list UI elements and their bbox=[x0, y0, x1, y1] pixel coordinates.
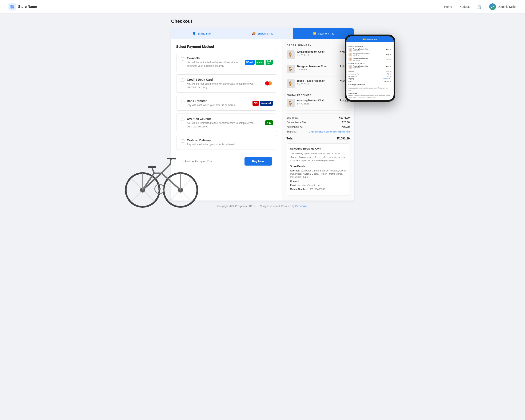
order-summary-title: ORDER SUMMARY bbox=[287, 44, 350, 47]
address-label: Address: bbox=[290, 169, 300, 172]
payment-option-cod[interactable]: Cash on Delivery Pay with cash when your… bbox=[176, 135, 277, 150]
additional-label: Additional Fee: bbox=[287, 125, 303, 128]
back-link[interactable]: ← Back to Shopping Cart bbox=[181, 160, 212, 163]
contact-label: Contact bbox=[290, 180, 299, 182]
item-qty-2: 1 x ₱129.99 bbox=[297, 83, 338, 86]
radio-cod[interactable] bbox=[181, 139, 185, 143]
steps-bar: 👤 Billing Info 🚚 Shipping Info 💳 Payment… bbox=[171, 28, 354, 39]
additional-fee-row: Additional Fee: ₱20.00 bbox=[287, 125, 350, 128]
step-billing-label: Billing Info bbox=[198, 32, 211, 35]
phone-order-summary-head: ORDER SUMMARY bbox=[348, 46, 392, 47]
item-name-1: Designer Awesome Chair bbox=[297, 65, 338, 68]
phone-additional-val: ₱20.00 bbox=[387, 76, 391, 77]
checkout-body: Select Payment Method E-wallets You will… bbox=[171, 39, 354, 200]
phone-subtotal-label: Sub Total bbox=[348, 71, 354, 73]
payment-option-credit[interactable]: Credit / Debit Card You will be redirect… bbox=[176, 74, 277, 93]
phone-item-name-2: Designer Awesome Chair bbox=[353, 53, 385, 55]
phone-store-title: Store Details bbox=[348, 93, 392, 94]
unionbank-logo: UnionBank bbox=[260, 101, 273, 106]
ewallet-info: E-wallets You will be redirected to the … bbox=[187, 57, 245, 68]
maya-logo: maya bbox=[256, 60, 264, 65]
phone-info-text: This delivery option entails that you wi… bbox=[348, 86, 392, 91]
nav-home[interactable]: Home bbox=[444, 5, 452, 9]
phone-subtotal-val: ₱1071.29 bbox=[385, 71, 392, 73]
ewallet-logos: GCash maya GrabPay bbox=[245, 60, 273, 65]
bank-desc: Pay with cash when your order is deliver… bbox=[187, 104, 236, 107]
credit-logos bbox=[264, 81, 273, 86]
credit-name: Credit / Debit Card bbox=[187, 78, 264, 81]
order-item-digital-0: 🪑 Amazing Modern Chair 5 x ₱148.66 ₱743.… bbox=[287, 99, 350, 111]
mobile-value: +639123456789 bbox=[308, 188, 325, 191]
seven-eleven-logo: 7-11 bbox=[265, 120, 272, 125]
bottom-actions: ← Back to Shopping Cart Pay Now bbox=[176, 153, 277, 170]
phone-item-price-2: ₱198.00 bbox=[386, 54, 391, 55]
nav-links: Home Products 🛒 DK Dominic Keller bbox=[444, 3, 516, 10]
left-panel: Select Payment Method E-wallets You will… bbox=[171, 39, 282, 200]
item-name-0: Amazing Modern Chair bbox=[297, 50, 338, 53]
radio-bank[interactable] bbox=[181, 100, 185, 104]
item-img-0: 🪑 bbox=[287, 50, 295, 59]
counter-name: Over the Counter bbox=[187, 117, 266, 121]
svg-line-11 bbox=[142, 190, 154, 202]
payment-icon: 💳 bbox=[312, 32, 317, 35]
radio-counter[interactable] bbox=[181, 117, 185, 121]
svg-line-23 bbox=[142, 173, 154, 190]
phone-item-img-3: 🪑 bbox=[348, 57, 352, 61]
item-details-digital-0: Amazing Modern Chair 5 x ₱148.66 bbox=[297, 99, 338, 105]
avatar: DK bbox=[489, 3, 496, 10]
radio-ewallets[interactable] bbox=[181, 57, 185, 61]
bank-info: Bank Transfer Pay with cash when your or… bbox=[187, 99, 236, 107]
svg-point-4 bbox=[126, 173, 159, 207]
step-payment[interactable]: 💳 Payment Info bbox=[293, 28, 354, 39]
counter-desc: You will be redirected to the Xendit web… bbox=[187, 121, 266, 128]
phone-step-label: 💳 Payment Info bbox=[362, 38, 377, 40]
pay-now-button[interactable]: Pay Now bbox=[244, 157, 272, 166]
phone-total: Total ₱1091.29 bbox=[348, 80, 392, 83]
item-details-0: Amazing Modern Chair 5 x ₱148.66 bbox=[297, 50, 338, 57]
step-shipping[interactable]: 🚚 Shipping Info bbox=[232, 28, 293, 39]
phone-item-info-1: Amazing Modern Chair 5 x ₱148.66 bbox=[353, 48, 385, 51]
mastercard-logo bbox=[264, 81, 273, 86]
counter-info: Over the Counter You will be redirected … bbox=[187, 117, 266, 128]
phone-item-qty-1: 5 x ₱148.66 bbox=[353, 50, 385, 51]
mobile-row: Mobile Number: +639123456789 bbox=[290, 188, 346, 191]
shipping-row: Shipping: Go to next step to get the bes… bbox=[287, 130, 350, 133]
payment-option-ewallets[interactable]: E-wallets You will be redirected to the … bbox=[176, 53, 277, 71]
step-billing[interactable]: 👤 Billing Info bbox=[171, 28, 232, 39]
info-description: This delivery option entails that you wi… bbox=[290, 152, 346, 162]
phone-item-qty-2: 2 x ₱99.00 bbox=[353, 55, 385, 56]
phone-item-price-3: ₱129.99 bbox=[386, 58, 391, 60]
phone-store-address: Address: 212 Purok 2 Store Settings, Ala… bbox=[348, 94, 392, 98]
svg-line-12 bbox=[131, 190, 142, 202]
email-value: merahnts@email.com bbox=[298, 184, 320, 186]
phone-convenience: Convenience Fee ₱20.00 bbox=[348, 73, 392, 75]
item-details-2: Biblio Plastic Armchair 1 x ₱129.99 bbox=[297, 79, 338, 86]
phone-content: ORDER SUMMARY 🪑 Amazing Modern Chair 5 x… bbox=[347, 42, 394, 100]
payment-option-bank[interactable]: Bank Transfer Pay with cash when your or… bbox=[176, 96, 277, 111]
user-menu[interactable]: DK Dominic Keller bbox=[489, 3, 516, 10]
username: Dominic Keller bbox=[498, 5, 516, 9]
convenience-value: ₱20.00 bbox=[342, 121, 350, 124]
cod-info: Cash on Delivery Pay with cash when your… bbox=[187, 139, 236, 146]
footer-link[interactable]: Prosperna. bbox=[295, 205, 308, 208]
svg-point-30 bbox=[158, 188, 161, 190]
convenience-label: Convenience Fee: bbox=[287, 121, 307, 124]
cart-icon[interactable]: 🛒 bbox=[477, 4, 482, 9]
payment-option-counter[interactable]: Over the Counter You will be redirected … bbox=[176, 114, 277, 132]
radio-credit[interactable] bbox=[181, 78, 185, 82]
phone-info-title: Selecting Book My Own bbox=[348, 84, 392, 86]
cod-name: Cash on Delivery bbox=[187, 139, 236, 142]
svg-line-13 bbox=[131, 178, 142, 190]
bank-logos: BPI UnionBank bbox=[253, 101, 273, 106]
grabpay-logo: GrabPay bbox=[266, 60, 272, 65]
subtotal-row: Sub-Total: ₱1071.29 bbox=[287, 116, 350, 119]
brand-name: Store Name bbox=[18, 5, 37, 9]
nav-products[interactable]: Products bbox=[459, 5, 470, 9]
brand[interactable]: Store Name bbox=[9, 3, 37, 10]
item-qty-digital-0: 5 x ₱148.66 bbox=[297, 102, 338, 105]
ewallet-desc: You will be redirected to the Xendit web… bbox=[187, 61, 245, 68]
checkout-card: 👤 Billing Info 🚚 Shipping Info 💳 Payment… bbox=[171, 28, 354, 200]
phone-subtotal: Sub Total ₱1071.29 bbox=[348, 71, 392, 73]
logo-icon bbox=[9, 3, 16, 10]
cod-desc: Pay with cash when your order is deliver… bbox=[187, 143, 236, 146]
